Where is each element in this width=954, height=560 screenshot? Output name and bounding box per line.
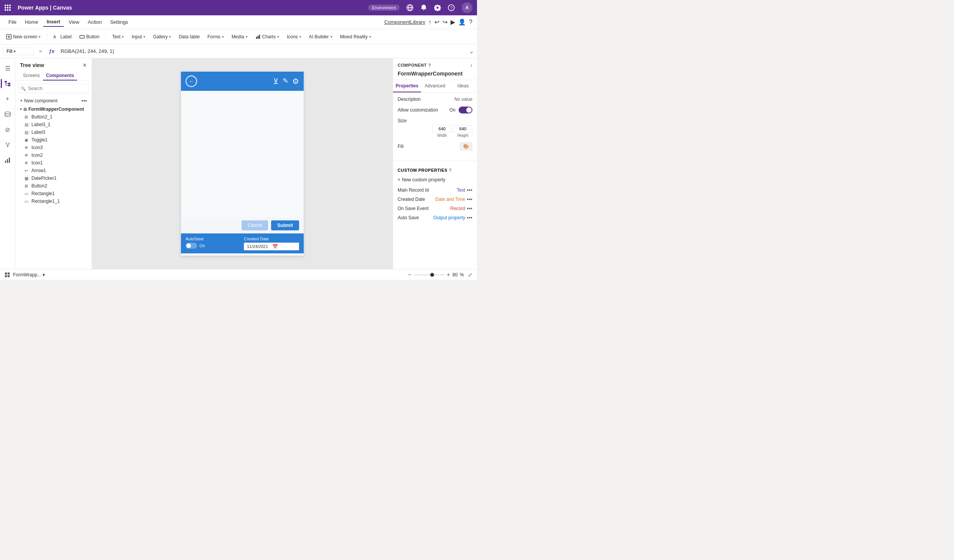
media-caret[interactable]: ▾: [246, 35, 248, 39]
gear-icon[interactable]: [434, 4, 441, 11]
data-table-button[interactable]: Data table: [176, 33, 203, 41]
help-icon[interactable]: ?: [448, 4, 455, 11]
button-button[interactable]: Button: [76, 33, 103, 41]
icons-button[interactable]: Icons ▾: [284, 33, 304, 41]
zoom-minus[interactable]: −: [408, 271, 411, 278]
forms-caret[interactable]: ▾: [222, 35, 224, 39]
nav-data[interactable]: [1, 107, 15, 121]
tree-item-toggle1[interactable]: ◉ Toggle1: [15, 136, 92, 144]
component-help-icon[interactable]: ?: [428, 63, 431, 67]
fit-icon[interactable]: ⤢: [468, 272, 472, 278]
text-caret[interactable]: ▾: [122, 35, 124, 39]
tab-advanced[interactable]: Advanced: [421, 80, 449, 92]
tree-item-icon3[interactable]: ❄ Icon3: [15, 144, 92, 151]
allow-customization-toggle[interactable]: On: [449, 107, 472, 113]
environment-badge[interactable]: Environment: [368, 5, 400, 11]
tree-tab-screens[interactable]: Screens: [20, 71, 43, 80]
prop-more-3[interactable]: •••: [467, 215, 472, 221]
prop-more-0[interactable]: •••: [467, 187, 472, 193]
tree-more-button[interactable]: •••: [81, 98, 87, 104]
formula-input[interactable]: RGBA(241, 244, 249, 1): [59, 48, 466, 55]
submit-button[interactable]: Submit: [271, 220, 299, 230]
gallery-button[interactable]: Gallery ▾: [150, 33, 174, 41]
formula-expand-icon[interactable]: ⌄: [469, 48, 474, 55]
icons-caret[interactable]: ▾: [299, 35, 301, 39]
new-screen-caret[interactable]: ▾: [39, 35, 41, 39]
component-library-link[interactable]: ComponentLibrary: [384, 19, 425, 25]
media-button[interactable]: Media ▾: [229, 33, 251, 41]
right-collapse-button[interactable]: ›: [470, 62, 472, 68]
menu-action[interactable]: Action: [84, 18, 105, 26]
autosave-toggle[interactable]: On: [186, 243, 241, 249]
tree-component-root[interactable]: ▾ ⊞ FormWrapperComponent •••: [15, 105, 92, 113]
nav-analytics[interactable]: [1, 153, 15, 167]
date-picker-input[interactable]: 11/24/2021 📅: [244, 243, 299, 250]
zoom-slider[interactable]: [414, 274, 444, 276]
tab-ideas[interactable]: Ideas: [449, 80, 477, 92]
settings-gear-icon[interactable]: ⚙: [292, 77, 299, 86]
help-menu-icon[interactable]: ?: [469, 19, 472, 26]
tree-close-button[interactable]: ✕: [82, 62, 87, 68]
tree-item-label3[interactable]: ▤ Label3: [15, 128, 92, 136]
prop-more-1[interactable]: •••: [467, 196, 472, 202]
height-input[interactable]: [453, 125, 472, 133]
play-icon[interactable]: ▶: [451, 18, 455, 26]
menu-home[interactable]: Home: [21, 18, 42, 26]
input-button[interactable]: Input ▾: [128, 33, 148, 41]
text-button[interactable]: Text ▾: [109, 33, 127, 41]
ai-builder-button[interactable]: AI Builder ▾: [306, 33, 336, 41]
menu-settings[interactable]: Settings: [106, 18, 132, 26]
redo-icon[interactable]: ↪: [442, 18, 447, 26]
tree-item-rectangle1-1[interactable]: ▭ Rectangle1_1: [15, 197, 92, 205]
nav-tree[interactable]: [1, 77, 15, 90]
waffle-icon[interactable]: [5, 5, 11, 11]
gallery-caret[interactable]: ▾: [169, 35, 171, 39]
person-icon[interactable]: 👤: [458, 18, 466, 26]
tree-tab-components[interactable]: Components: [43, 71, 77, 80]
bell-icon[interactable]: [420, 4, 427, 11]
nav-hamburger[interactable]: ☰: [1, 61, 15, 75]
fill-color-button[interactable]: 🎨: [460, 142, 472, 151]
new-component-button[interactable]: + New component: [20, 98, 80, 103]
input-caret[interactable]: ▾: [143, 35, 145, 39]
prop-more-2[interactable]: •••: [467, 205, 472, 212]
forms-button[interactable]: Forms ▾: [204, 33, 227, 41]
back-button[interactable]: ←: [186, 76, 197, 87]
toggle-track[interactable]: [186, 243, 197, 249]
tree-item-button2-1[interactable]: ⊞ Button2_1: [15, 113, 92, 121]
mixed-reality-caret[interactable]: ▾: [369, 35, 371, 39]
tree-item-datepicker1[interactable]: ▦ DatePicker1: [15, 174, 92, 182]
tree-item-icon2[interactable]: ❄ Icon2: [15, 151, 92, 159]
status-caret[interactable]: ▾: [43, 272, 45, 278]
mixed-reality-button[interactable]: Mixed Reality ▾: [337, 33, 374, 41]
width-input[interactable]: [433, 125, 452, 133]
ai-builder-caret[interactable]: ▾: [331, 35, 332, 39]
globe-icon[interactable]: [406, 4, 413, 11]
nav-variables[interactable]: [1, 138, 15, 152]
undo-icon[interactable]: ↩: [434, 18, 439, 26]
custom-props-help-icon[interactable]: ?: [449, 168, 452, 172]
charts-button[interactable]: Charts ▾: [252, 33, 282, 41]
nav-connections[interactable]: ⊘: [1, 123, 15, 136]
tree-item-rectangle1[interactable]: ▭ Rectangle1: [15, 190, 92, 197]
tree-item-icon1[interactable]: ❄ Icon1: [15, 159, 92, 167]
avatar[interactable]: A: [462, 2, 472, 13]
tree-item-label3-1[interactable]: ▤ Label3_1: [15, 121, 92, 128]
charts-caret[interactable]: ▾: [277, 35, 279, 39]
tree-item-button2[interactable]: ⊞ Button2: [15, 182, 92, 190]
tab-properties[interactable]: Properties: [393, 80, 421, 92]
customization-toggle-track[interactable]: [459, 107, 472, 113]
new-screen-button[interactable]: New screen ▾: [3, 33, 44, 41]
menu-view[interactable]: View: [65, 18, 83, 26]
label-button[interactable]: A Label: [50, 33, 74, 41]
zoom-plus[interactable]: +: [447, 271, 450, 278]
menu-insert[interactable]: Insert: [43, 17, 64, 27]
cancel-button[interactable]: Cancel: [242, 220, 268, 230]
tree-search-input[interactable]: [18, 84, 89, 93]
filter-icon[interactable]: ⊻: [273, 77, 279, 86]
new-custom-property-button[interactable]: + New custom property: [393, 176, 477, 184]
nav-add[interactable]: +: [1, 92, 15, 106]
canvas-area[interactable]: ← ⊻ ✎ ⚙ Cancel Submit AutoSave: [92, 58, 393, 269]
menu-file[interactable]: File: [5, 18, 20, 26]
tree-item-arrow1[interactable]: ↩ Arrow1: [15, 167, 92, 174]
